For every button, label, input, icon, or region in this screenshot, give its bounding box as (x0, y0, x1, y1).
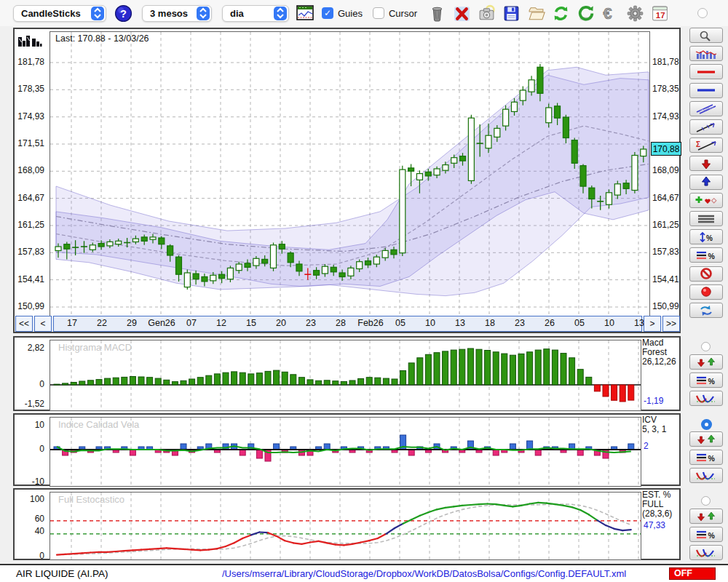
price-tick-label: 154,41 (12, 274, 44, 284)
stoch-wave-indicator-icon (694, 547, 719, 559)
trendline-tool-button[interactable] (689, 119, 723, 135)
icv-wave-indicator-button[interactable] (689, 468, 723, 483)
macd-canvas[interactable] (50, 340, 641, 411)
cursor-checkbox[interactable] (373, 7, 384, 19)
price-volume-view-button[interactable] (689, 46, 723, 61)
price-tick-label: 181,78 (652, 57, 681, 67)
period-value: 3 mesos (150, 8, 188, 19)
red-hline-tool-icon (694, 66, 719, 78)
down-arrow-marker-button[interactable] (689, 156, 723, 171)
macd-panel-radio[interactable] (701, 342, 711, 351)
date-tick-label: 10 (593, 318, 625, 328)
mini-chart-button[interactable] (295, 4, 314, 23)
icv-signal-arrows-button[interactable] (689, 431, 723, 447)
help-icon[interactable]: ? (114, 4, 133, 23)
chart-type-value: CandleSticks (21, 8, 81, 19)
chevron-updown-icon (91, 7, 104, 20)
period-select[interactable]: 3 mesos (142, 5, 212, 22)
disable-tool-icon (694, 268, 719, 279)
zoom-tool-icon (694, 30, 719, 41)
guies-checkbox[interactable]: ✓ (322, 7, 333, 19)
icv-percent-lines-button[interactable]: % (689, 450, 723, 465)
levels-tool-button[interactable] (689, 211, 723, 226)
volume-histogram-icon[interactable] (17, 34, 42, 50)
macd-percent-lines-button[interactable]: % (689, 372, 723, 388)
percent-lines-tool-icon: % (694, 250, 719, 261)
icv-tick-label: -10 (12, 477, 44, 487)
price-tick-label: 157,83 (12, 247, 44, 257)
timeframe-value: dia (230, 8, 244, 19)
swap-refresh-tool-button[interactable] (689, 303, 723, 318)
record-tool-button[interactable] (689, 284, 723, 300)
macd-signal-arrows-icon (694, 356, 719, 368)
price-tick-label: 154,41 (652, 274, 681, 284)
fast-back-button[interactable]: << (15, 316, 33, 332)
date-tick-label: 12 (205, 318, 237, 328)
symbol-label: AIR LIQUIDE (AI.PA) (16, 568, 108, 579)
icv-wave-indicator-icon (694, 470, 719, 482)
price-tick-label: 161,25 (12, 220, 44, 230)
stoch-panel-radio[interactable] (701, 496, 711, 506)
euro-button[interactable]: € (601, 4, 620, 23)
price-chart-canvas[interactable] (50, 31, 650, 317)
stochastic-canvas[interactable] (50, 492, 641, 560)
vertical-percent-measure-button[interactable]: % (689, 229, 723, 244)
icv-info: ICV 5, 3, 1 (642, 415, 681, 434)
date-tick-label: 28 (325, 318, 357, 328)
stochastic-value: 47,33 (644, 520, 665, 530)
snapshot-icon (478, 4, 496, 23)
trash-button[interactable] (427, 4, 447, 23)
snapshot-button[interactable] (477, 4, 496, 23)
icv-panel-radio[interactable] (701, 419, 712, 430)
save-button[interactable] (502, 4, 521, 23)
calendar-icon: 17 (651, 4, 669, 23)
back-button[interactable]: < (34, 316, 52, 332)
sync-back-button[interactable] (576, 4, 596, 23)
stoch-percent-lines-button[interactable]: % (689, 527, 723, 542)
date-tick-label: 23 (504, 318, 536, 328)
channel-tool-button[interactable] (689, 101, 723, 116)
price-tick-label: 164,67 (12, 193, 44, 203)
zoom-tool-button[interactable] (689, 28, 723, 43)
price-tick-label: 178,35 (12, 84, 44, 94)
price-tick-label: 150,99 (12, 301, 44, 311)
off-button[interactable]: OFF (669, 567, 716, 580)
date-tick-label: 15 (235, 318, 267, 328)
macd-info: Macd Forest 26,12,26 (642, 338, 681, 367)
macd-percent-lines-icon: % (694, 375, 719, 386)
stoch-signal-arrows-button[interactable] (689, 509, 723, 524)
stochastic-tick-label: 100 (12, 494, 44, 504)
percent-lines-tool-button[interactable]: % (689, 247, 723, 263)
add-signal-markers-button[interactable] (689, 193, 723, 208)
blue-hline-tool-button[interactable] (689, 83, 723, 98)
toolbar-radio[interactable] (697, 8, 708, 18)
settings-gear-button[interactable] (625, 4, 645, 23)
app-window: CandleSticks ? 3 mesos dia ✓ Guies (0, 0, 728, 582)
price-tick-label: 161,25 (652, 220, 681, 230)
calendar-button[interactable]: 17 (650, 4, 670, 23)
timeframe-select[interactable]: dia (222, 5, 289, 22)
stochastic-info: EST. % FULL (28,3,6) (642, 490, 681, 519)
stoch-wave-indicator-button[interactable] (689, 545, 723, 560)
disable-tool-button[interactable] (689, 266, 723, 282)
date-axis: 172229Gen26071215202328Feb26051013182326… (53, 316, 642, 332)
up-arrow-marker-button[interactable] (689, 175, 723, 190)
red-hline-tool-button[interactable] (689, 64, 723, 79)
settings-gear-icon (626, 4, 644, 23)
toolbar-icon-group: €17 (427, 4, 670, 23)
icv-tick-label: 0 (12, 444, 44, 454)
fast-forward-button[interactable]: >> (662, 316, 680, 332)
delete-x-button[interactable] (452, 4, 472, 23)
sigma-trendline-tool-button[interactable]: Σ (689, 137, 723, 153)
macd-wave-indicator-button[interactable] (689, 391, 723, 406)
config-path: /Users/mserra/Library/CloudStorage/Dropb… (222, 568, 626, 579)
down-arrow-marker-icon (694, 158, 719, 170)
date-tick-label: 05 (563, 318, 596, 328)
price-tick-label: 168,09 (12, 165, 44, 175)
macd-signal-arrows-button[interactable] (689, 354, 723, 370)
delete-x-icon (453, 4, 471, 23)
chart-type-select[interactable]: CandleSticks (13, 5, 106, 22)
svg-text:17: 17 (656, 10, 665, 19)
open-folder-button[interactable] (526, 4, 546, 23)
refresh-button[interactable] (551, 4, 571, 23)
